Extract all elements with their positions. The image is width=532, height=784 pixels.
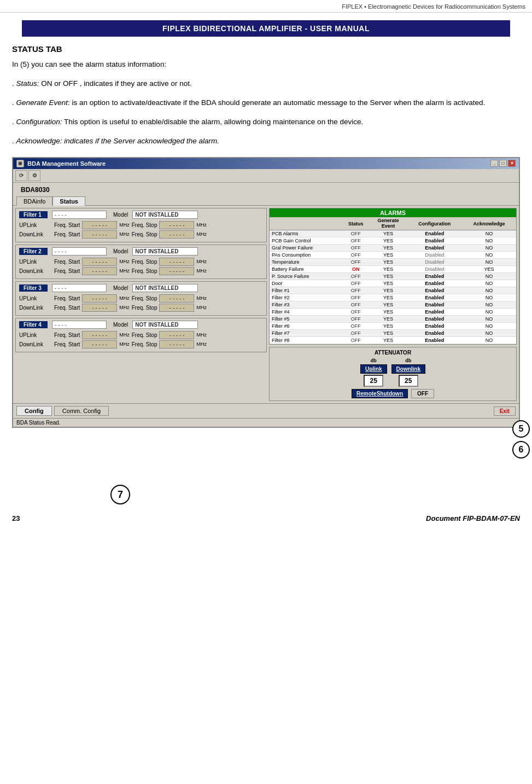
config-button[interactable]: Config	[16, 406, 52, 416]
alarm-config: Enabled	[407, 245, 462, 252]
filter-3-uplink-start[interactable]	[82, 294, 117, 303]
filter-box-3: Filter 3 Model UPLink Freq. Start MHz Fr…	[15, 281, 267, 316]
filter-4-downlink-start[interactable]	[82, 340, 117, 349]
page-footer: 23 Document FIP-BDAM-07-EN	[0, 504, 532, 527]
remote-shutdown-row: RemoteShutdown OFF	[272, 389, 514, 398]
filter-4-uplink-stop[interactable]	[159, 331, 194, 339]
page-number: 23	[12, 514, 20, 522]
alarm-ack: NO	[462, 309, 516, 316]
filter-2-uplink-row: UPLink Freq. Start MHz Freq. Stop MHz	[19, 258, 263, 266]
status-bar-text: BDA Status Read.	[16, 420, 61, 426]
attenuator-row: db Uplink db Downlink	[272, 358, 514, 387]
filter-4-downlink-stop[interactable]	[159, 340, 194, 349]
filter-4-uplink-start[interactable]	[82, 331, 117, 339]
filter-1-downlink-start[interactable]	[82, 230, 117, 239]
alarm-status: OFF	[342, 273, 370, 280]
window-title: BDA Management Software	[27, 160, 106, 167]
filter-1-name[interactable]	[52, 211, 107, 219]
alarm-row: Filter #1OFFYESEnabledNO	[270, 287, 516, 294]
alarm-generate: YES	[370, 301, 407, 309]
alarm-config: Enabled	[407, 230, 462, 237]
filter-2-header: Filter 2 Model	[19, 247, 263, 255]
alarm-row: Gral Power FailureOFFYESEnabledNO	[270, 245, 516, 252]
alarm-status: ON	[342, 266, 370, 273]
filter-4-downlink-start-mhz: MHz	[119, 341, 130, 347]
remote-shutdown-button[interactable]: RemoteShutdown	[352, 389, 408, 398]
alarm-ack: NO	[462, 252, 516, 259]
maximize-button[interactable]: □	[499, 160, 507, 167]
filter-4-uplink-start-label: Freq. Start	[54, 332, 80, 338]
filter-3-downlink-start[interactable]	[82, 304, 117, 312]
window-app-icon: ▣	[16, 160, 24, 167]
attenuator-uplink-value[interactable]	[364, 375, 383, 387]
toolbar-btn-1[interactable]: ⟳	[15, 170, 27, 181]
filter-1-uplink-stop[interactable]	[159, 221, 194, 229]
filter-2-downlink-row: DownLink Freq. Start MHz Freq. Stop MHz	[19, 267, 263, 275]
filter-1-downlink-stop[interactable]	[159, 230, 194, 239]
filter-1-uplink-row: UPLink Freq. Start MHz Freq. Stop MHz	[19, 221, 263, 229]
alarm-ack: NO	[462, 294, 516, 301]
remote-shutdown-value: OFF	[411, 389, 434, 398]
attenuator-title: ATTENUATOR	[272, 350, 514, 356]
alarm-status: OFF	[342, 230, 370, 237]
attenuator-downlink-button[interactable]: Downlink	[391, 364, 425, 374]
alarms-col-generate: GenerateEvent	[370, 217, 407, 230]
filter-1-uplink-start[interactable]	[82, 221, 117, 229]
alarm-status: OFF	[342, 330, 370, 337]
filter-2-name[interactable]	[52, 247, 107, 255]
filter-2-uplink-start[interactable]	[82, 258, 117, 266]
toolbar: ⟳ ⚙	[13, 169, 519, 183]
alarm-name: PCB Gain Control	[270, 237, 342, 245]
filter-3-downlink-stop[interactable]	[159, 304, 194, 312]
filter-3-model-value[interactable]	[132, 284, 198, 292]
filter-2-model-value[interactable]	[132, 247, 198, 255]
alarm-generate: YES	[370, 337, 407, 344]
filter-1-downlink-label: DownLink	[19, 231, 52, 237]
alarm-row: Filter #4OFFYESEnabledNO	[270, 309, 516, 316]
badge-7-container: 7	[12, 472, 520, 504]
alarm-config: Enabled	[407, 294, 462, 301]
filter-4-downlink-stop-label: Freq. Stop	[132, 341, 157, 347]
comm-config-button[interactable]: Comm. Config	[54, 406, 109, 416]
window-controls: _ □ ✕	[490, 160, 516, 167]
alarm-name: Filter #1	[270, 287, 342, 294]
exit-button[interactable]: Exit	[494, 406, 516, 416]
alarm-config: Enabled	[407, 337, 462, 344]
filter-1-downlink-start-label: Freq. Start	[54, 231, 80, 237]
title-bar-text: FIPLEX BIDIRECTIONAL AMPLIFIER - USER MA…	[162, 24, 370, 33]
alarm-ack: NO	[462, 237, 516, 245]
alarm-ack: NO	[462, 330, 516, 337]
alarm-status: OFF	[342, 301, 370, 309]
alarm-row: P. Source FailureOFFYESEnabledNO	[270, 273, 516, 280]
filter-3-name[interactable]	[52, 284, 107, 292]
filter-1-model-value[interactable]	[132, 211, 198, 219]
filter-3-header: Filter 3 Model	[19, 284, 263, 292]
filter-3-uplink-label: UPLink	[19, 295, 52, 301]
window-wrapper: ▣ BDA Management Software _ □ ✕ ⟳ ⚙ BDA8…	[12, 157, 520, 428]
alarm-status: OFF	[342, 316, 370, 323]
main-area: Filter 1 Model UPLink Freq. Start MHz Fr…	[13, 206, 519, 404]
alarm-generate: YES	[370, 252, 407, 259]
main-window: ▣ BDA Management Software _ □ ✕ ⟳ ⚙ BDA8…	[12, 157, 520, 428]
attenuator-uplink-button[interactable]: Uplink	[360, 364, 387, 374]
alarm-row: PCB AlarmsOFFYESEnabledNO	[270, 230, 516, 237]
filter-2-downlink-start[interactable]	[82, 267, 117, 275]
tab-status[interactable]: Status	[52, 196, 85, 206]
filter-3-downlink-label: DownLink	[19, 305, 52, 311]
filter-3-uplink-stop[interactable]	[159, 294, 194, 303]
minimize-button[interactable]: _	[490, 160, 498, 167]
badge-7: 7	[110, 485, 130, 504]
bottom-buttons: Config Comm. Config	[16, 406, 109, 416]
filter-4-model-value[interactable]	[132, 321, 198, 329]
filter-4-name[interactable]	[52, 321, 107, 329]
close-button[interactable]: ✕	[508, 160, 516, 167]
filter-4-downlink-stop-mhz: MHz	[196, 341, 207, 347]
filter-2-downlink-label: DownLink	[19, 268, 52, 274]
filter-2-downlink-stop[interactable]	[159, 267, 194, 275]
alarms-table: Status GenerateEvent Configuration Ackno…	[270, 217, 516, 345]
filter-2-uplink-stop[interactable]	[159, 258, 194, 266]
alarm-name: Temperature	[270, 259, 342, 266]
tab-bdainfo[interactable]: BDAinfo	[16, 196, 52, 206]
toolbar-btn-2[interactable]: ⚙	[28, 170, 40, 181]
attenuator-downlink-value[interactable]	[399, 375, 418, 387]
